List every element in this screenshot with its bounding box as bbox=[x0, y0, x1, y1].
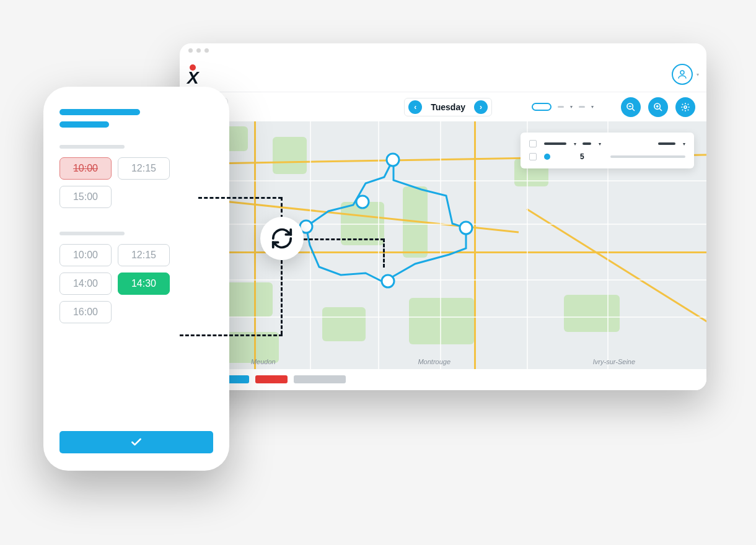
connector-line bbox=[383, 238, 385, 268]
caret-down-icon: ▾ bbox=[574, 141, 576, 147]
svg-line-2 bbox=[632, 108, 635, 111]
timeslot[interactable]: 10:00 bbox=[59, 244, 112, 266]
svg-point-13 bbox=[382, 275, 394, 287]
zoom-out-button[interactable] bbox=[621, 97, 641, 117]
app-header: X ▾ bbox=[180, 57, 706, 92]
timeslot[interactable]: 16:00 bbox=[59, 301, 112, 323]
traffic-light bbox=[204, 48, 209, 53]
route-color-dot bbox=[544, 154, 550, 160]
zoom-in-button[interactable] bbox=[648, 97, 668, 117]
connector-line bbox=[281, 260, 283, 334]
connector-line bbox=[180, 334, 283, 336]
logo: X bbox=[187, 64, 199, 84]
svg-point-12 bbox=[460, 222, 472, 234]
map-city-labels: Meudon Montrouge Ivry-sur-Seine bbox=[180, 358, 706, 365]
prev-day-button[interactable]: ‹ bbox=[408, 100, 422, 114]
filter-pill-group: ▾ ▾ bbox=[532, 103, 594, 111]
zoom-out-icon bbox=[626, 102, 636, 112]
user-icon bbox=[677, 69, 688, 80]
profile-button[interactable]: ▾ bbox=[672, 64, 693, 85]
next-day-button[interactable]: › bbox=[474, 100, 488, 114]
timeslot[interactable]: 12:15 bbox=[118, 157, 170, 180]
timeslot-removed[interactable]: 10:00 bbox=[59, 157, 112, 180]
app-window: X ▾ ‹ Tuesday › ▾ ▾ bbox=[180, 43, 706, 390]
map-view[interactable]: ▾ ▾ ▾ 5 Meudon Montrouge Ivry-sur-Seine bbox=[180, 121, 706, 369]
svg-point-0 bbox=[680, 71, 684, 74]
caret-down-icon: ▾ bbox=[570, 104, 573, 110]
legend-checkbox[interactable] bbox=[529, 153, 537, 160]
separator-icon bbox=[558, 106, 564, 108]
settings-button[interactable] bbox=[675, 97, 695, 117]
svg-point-9 bbox=[387, 154, 399, 166]
mobile-heading bbox=[59, 109, 213, 128]
confirm-button[interactable] bbox=[59, 431, 213, 453]
timeslot[interactable]: 15:00 bbox=[59, 186, 112, 208]
logo-x-icon: X bbox=[187, 72, 199, 84]
filter-pill[interactable] bbox=[532, 103, 552, 111]
day-navigator: ‹ Tuesday › bbox=[404, 98, 492, 116]
status-segment bbox=[255, 375, 288, 383]
check-icon bbox=[130, 436, 143, 448]
status-segment bbox=[294, 375, 346, 383]
traffic-light bbox=[196, 48, 201, 53]
gear-icon bbox=[680, 102, 690, 112]
caret-down-icon: ▾ bbox=[697, 72, 699, 77]
svg-point-10 bbox=[356, 196, 369, 208]
timeslot-new[interactable]: 14:30 bbox=[118, 272, 170, 295]
timeslot[interactable]: 12:15 bbox=[118, 244, 170, 266]
toolbar: ‹ Tuesday › ▾ ▾ bbox=[180, 92, 706, 121]
caret-down-icon: ▾ bbox=[683, 141, 685, 147]
current-day-label: Tuesday bbox=[431, 102, 465, 112]
mobile-mockup: 10:00 12:15 15:00 10:00 12:15 14:00 14:3… bbox=[43, 87, 229, 471]
stop-count: 5 bbox=[580, 152, 584, 161]
window-titlebar bbox=[180, 43, 706, 57]
timeslot[interactable]: 14:00 bbox=[59, 272, 112, 295]
svg-point-8 bbox=[684, 106, 687, 108]
separator-icon bbox=[579, 106, 585, 108]
legend-checkbox[interactable] bbox=[529, 140, 537, 147]
connector-line bbox=[281, 197, 283, 219]
svg-line-5 bbox=[659, 108, 662, 111]
refresh-icon bbox=[270, 227, 294, 250]
traffic-light bbox=[188, 48, 193, 53]
route-status-bars bbox=[180, 369, 706, 390]
connector-line bbox=[198, 197, 282, 199]
caret-down-icon: ▾ bbox=[591, 104, 594, 110]
reoptimize-badge[interactable] bbox=[260, 217, 304, 260]
zoom-in-icon bbox=[653, 102, 663, 112]
connector-line bbox=[304, 238, 384, 240]
caret-down-icon: ▾ bbox=[599, 141, 601, 147]
map-legend: ▾ ▾ ▾ 5 bbox=[521, 133, 694, 168]
